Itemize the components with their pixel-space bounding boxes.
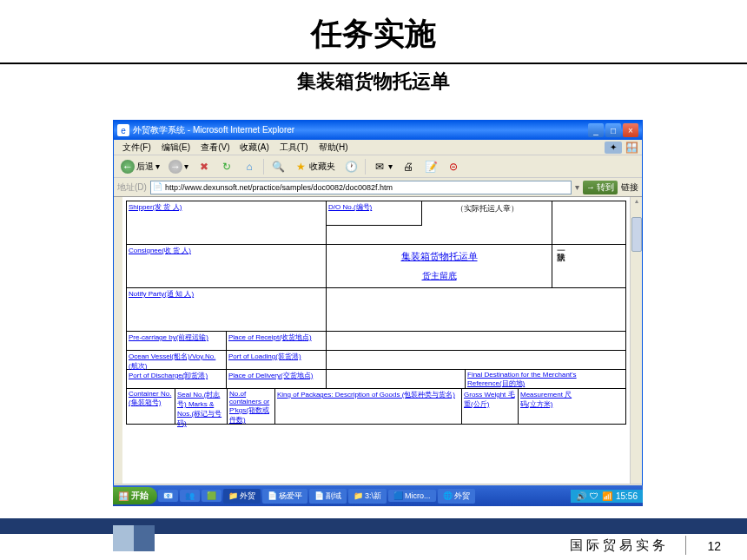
toolbar-separator-2 — [365, 159, 366, 175]
search-button[interactable]: 🔍 — [268, 158, 288, 175]
port-discharge-label[interactable]: Port of Discharge(卸货港) — [129, 372, 208, 379]
links-label[interactable]: 链接 — [621, 181, 638, 194]
menu-view[interactable]: 查看(V) — [195, 142, 235, 154]
consignee-label[interactable]: Consignee(收 货 人) — [129, 247, 191, 254]
tray-icon[interactable]: 🔊 — [576, 491, 586, 501]
shipper-label[interactable]: Shipper(发 货 人) — [129, 203, 182, 211]
forward-icon: → — [169, 160, 182, 174]
task-item-2[interactable]: 📄 杨爱平 — [262, 489, 307, 504]
history-icon: 🕐 — [344, 160, 358, 174]
booking-no-label[interactable]: D/O No.(编号) — [328, 203, 372, 211]
url-text: http://www.dexunsoft.net/practice/sample… — [165, 183, 393, 192]
maximize-button[interactable]: □ — [605, 123, 621, 137]
print-button[interactable]: 🖨 — [398, 158, 419, 175]
menu-help[interactable]: 帮助(H) — [314, 142, 354, 154]
measurement-label[interactable]: Measurement 尺码(立方米) — [520, 391, 572, 408]
windows-flag-icon: 🪟 — [625, 142, 638, 154]
addressbar: 地址(D) 📄 http://www.dexunsoft.net/practic… — [114, 178, 642, 197]
menu-edit[interactable]: 编辑(E) — [156, 142, 195, 154]
container-no-label[interactable]: Container No.(集装箱号) — [129, 390, 171, 406]
minimize-button[interactable]: _ — [588, 123, 604, 137]
refresh-icon: ↻ — [220, 160, 234, 174]
quick-launch-3[interactable]: 🟩 — [202, 490, 221, 502]
place-delivery-label[interactable]: Place of Delivery(交货地点) — [228, 372, 313, 379]
brand-logo: ✦ — [605, 142, 622, 154]
place-receipt-label[interactable]: Place of Receipt(收货地点) — [228, 333, 312, 341]
close-button[interactable]: × — [623, 123, 638, 137]
notify-label[interactable]: Notify Party(通 知 人) — [129, 290, 194, 298]
home-button[interactable]: ⌂ — [239, 158, 260, 175]
task-item-6[interactable]: 🌐 外贸 — [438, 489, 475, 504]
history-button[interactable]: 🕐 — [340, 158, 361, 175]
address-input[interactable]: 📄 http://www.dexunsoft.net/practice/samp… — [150, 181, 572, 194]
system-tray[interactable]: 🔊 🛡 📶 15:56 — [571, 490, 643, 503]
search-icon: 🔍 — [271, 160, 285, 174]
menubar: 文件(F) 编辑(E) 查看(V) 收藏(A) 工具(T) 帮助(H) ✦ 🪟 — [114, 140, 642, 155]
vertical-scrollbar[interactable]: ▴ — [630, 197, 642, 484]
task-item-3[interactable]: 📄 副域 — [309, 489, 347, 504]
document-title[interactable]: 集装箱货物托运单 — [328, 250, 550, 263]
gross-weight-label[interactable]: Gross Weight 毛重(公斤) — [464, 391, 515, 408]
quick-launch-1[interactable]: 📧 — [158, 490, 178, 502]
edit-button[interactable]: 📝 — [420, 158, 441, 175]
slide-title: 任务实施 — [0, 0, 747, 63]
slide-footer: 国际贸易实务 12 — [0, 518, 747, 560]
footer-text: 国际贸易实务 — [570, 537, 669, 554]
back-button[interactable]: ←后退 ▾ — [117, 158, 163, 175]
precarriage-label[interactable]: Pre-carriage by(前程运输) — [129, 333, 208, 341]
titlebar: e 外贸教学系统 - Microsoft Internet Explorer _… — [114, 121, 642, 140]
refresh-button[interactable]: ↻ — [216, 158, 237, 175]
content-area: Shipper(发 货 人) D/O No.(编号) （实际托运人章） Cons… — [114, 197, 642, 484]
kind-packages-label[interactable]: King of Packages: Description of Goods (… — [277, 391, 455, 399]
menu-tools[interactable]: 工具(T) — [274, 142, 314, 154]
port-loading-label[interactable]: Port of Loading(装货港) — [228, 352, 301, 360]
task-item-5[interactable]: 🟦 Micro... — [388, 490, 436, 502]
edit-icon: 📝 — [424, 160, 438, 174]
task-item-1[interactable]: 📁 外贸 — [223, 489, 261, 504]
tray-time: 15:56 — [616, 491, 638, 501]
taskbar: 🪟 开始 📧 👥 🟩 📁 外贸 📄 杨爱平 📄 副域 📁 3:\新 🟦 Micr… — [113, 485, 643, 506]
menu-file[interactable]: 文件(F) — [117, 142, 156, 154]
back-icon: ← — [121, 160, 135, 174]
browser-window: e 外贸教学系统 - Microsoft Internet Explorer _… — [113, 120, 643, 493]
star-icon: ★ — [294, 160, 307, 174]
stop-button[interactable]: ✖ — [194, 158, 215, 175]
ocean-vessel-label[interactable]: Ocean Vessel(船名)/Voy.No.(航次) — [129, 352, 215, 370]
tray-icon-3[interactable]: 📶 — [602, 491, 612, 501]
slide-subtitle: 集装箱货物托运单 — [0, 64, 747, 99]
toolbar-separator — [263, 159, 264, 175]
ie-icon: e — [117, 124, 129, 136]
page-number: 12 — [707, 539, 721, 553]
scroll-thumb[interactable] — [631, 217, 642, 252]
window-title: 外贸教学系统 - Microsoft Internet Explorer — [133, 124, 588, 136]
seal-no-label[interactable]: Seal No.(封志号) Marks & Nos.(标记与号码) — [177, 391, 221, 427]
page-icon: 📄 — [153, 182, 163, 193]
mail-button[interactable]: ✉▾ — [369, 158, 396, 175]
home-icon: ⌂ — [242, 160, 256, 174]
toolbar: ←后退 ▾ → ▾ ✖ ↻ ⌂ 🔍 ★收藏夹 🕐 ✉▾ 🖨 📝 ⊝ — [114, 155, 642, 178]
quick-launch-2[interactable]: 👥 — [180, 490, 200, 502]
mail-icon: ✉ — [373, 160, 387, 174]
favorites-button[interactable]: ★收藏夹 — [290, 158, 339, 175]
final-dest-label[interactable]: Final Destination for the Merchant's Ref… — [467, 371, 577, 387]
discuss-icon: ⊝ — [446, 160, 460, 174]
task-item-4[interactable]: 📁 3:\新 — [348, 489, 387, 504]
tray-icon-2[interactable]: 🛡 — [590, 491, 598, 501]
document-content: Shipper(发 货 人) D/O No.(编号) （实际托运人章） Cons… — [122, 197, 630, 484]
stop-icon: ✖ — [197, 160, 211, 174]
address-label: 地址(D) — [117, 181, 147, 194]
forward-button[interactable]: → ▾ — [165, 158, 192, 175]
document-subtitle[interactable]: 货主留底 — [328, 270, 550, 282]
menu-favorites[interactable]: 收藏(A) — [235, 142, 274, 154]
consignor-stamp-label: （实际托运人章） — [422, 201, 552, 244]
no-containers-label[interactable]: No.of containers or P'kgs(箱数或件数) — [229, 390, 269, 424]
discuss-button[interactable]: ⊝ — [443, 158, 464, 175]
start-button[interactable]: 🪟 开始 — [113, 487, 157, 504]
go-button[interactable]: → 转到 — [583, 181, 618, 194]
print-icon: 🖨 — [401, 160, 415, 174]
